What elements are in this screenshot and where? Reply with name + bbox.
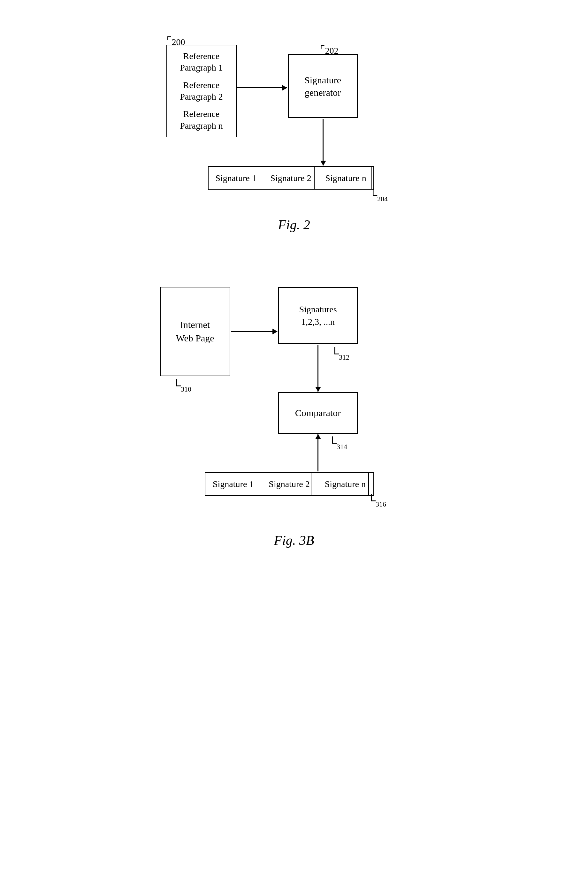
web-page-text: InternetWeb Page — [176, 318, 214, 345]
divider2 — [372, 167, 372, 189]
arrow-316-to-314 — [318, 434, 318, 471]
fig3b-diagram: InternetWeb Page └310 └312 Signatures1,2… — [150, 264, 438, 526]
ref-para-n: ReferenceParagraph n — [180, 108, 223, 132]
label-312: └312 — [331, 347, 350, 361]
divider1 — [314, 167, 315, 189]
sig-cell-316-n: Signature n — [325, 479, 366, 489]
box-310: InternetWeb Page — [160, 287, 230, 376]
label-204: └204 — [369, 189, 388, 203]
box-312: Signatures1,2,3, ...n — [278, 287, 358, 344]
fig2-caption: Fig. 2 — [278, 217, 310, 232]
sig-gen-text: Signaturegenerator — [304, 74, 341, 99]
label-316: └316 — [368, 494, 387, 508]
divider3 — [311, 473, 311, 495]
sig-list-text: Signatures1,2,3, ...n — [299, 303, 337, 328]
sig-cell-316-1: Signature 1 — [213, 479, 254, 489]
fig2-section: ⌜200 ReferenceParagraph 1 ReferenceParag… — [0, 25, 588, 232]
label-310: └310 — [173, 379, 192, 393]
fig3b-section: InternetWeb Page └310 └312 Signatures1,2… — [0, 264, 588, 548]
ref-para-1: ReferenceParagraph 1 — [180, 51, 223, 74]
arrow-310-to-312 — [231, 331, 277, 332]
arrow-200-to-202 — [237, 87, 287, 88]
ref-para-2: ReferenceParagraph 2 — [180, 79, 223, 103]
arrow-312-to-314 — [318, 345, 318, 391]
sig-cell-316-2: Signature 2 — [268, 479, 309, 489]
sig-cell-1: Signature 1 — [215, 173, 256, 183]
fig3b-caption: Fig. 3B — [274, 533, 314, 548]
sig-cell-2: Signature 2 — [270, 173, 311, 183]
box-200: ReferenceParagraph 1 ReferenceParagraph … — [166, 45, 237, 137]
box-204: Signature 1 Signature 2 Signature n — [208, 166, 374, 190]
label-314: └314 — [328, 436, 348, 451]
box-314: Comparator — [278, 392, 358, 434]
sig-cell-n: Signature n — [325, 173, 366, 183]
comparator-text: Comparator — [295, 408, 341, 418]
arrow-202-to-204 — [322, 119, 324, 165]
box-316: Signature 1 Signature 2 Signature n — [205, 472, 374, 496]
fig2-diagram: ⌜200 ReferenceParagraph 1 ReferenceParag… — [150, 25, 438, 211]
page: ⌜200 ReferenceParagraph 1 ReferenceParag… — [0, 0, 588, 892]
box-202: Signaturegenerator — [288, 54, 358, 118]
divider4 — [368, 473, 369, 495]
